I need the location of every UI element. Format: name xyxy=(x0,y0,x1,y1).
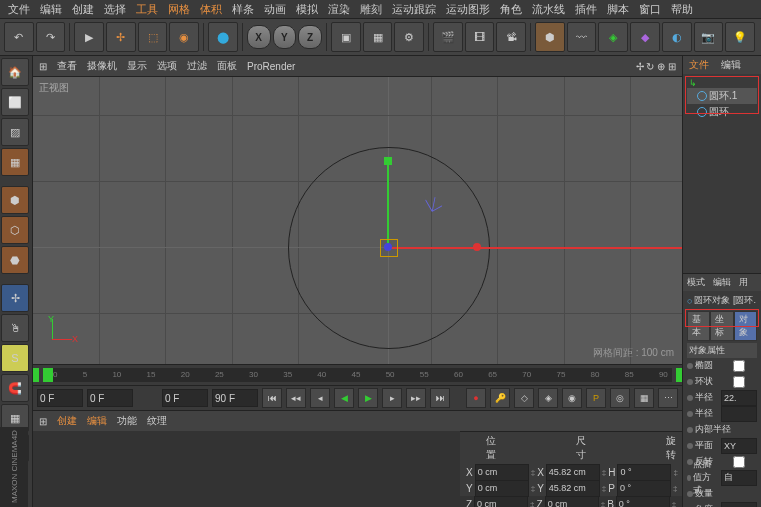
film-icon[interactable]: 📽 xyxy=(496,22,526,52)
timeline-track[interactable]: 051015202530354045505560657075808590 xyxy=(43,368,672,382)
gizmo-x-axis[interactable] xyxy=(388,247,478,249)
autokey[interactable]: 🔑 xyxy=(490,388,510,408)
menu-char[interactable]: 角色 xyxy=(496,2,526,17)
next-frame[interactable]: ▸ xyxy=(382,388,402,408)
tab-file[interactable]: 文件 xyxy=(683,56,715,74)
spline-primitive[interactable]: 〰 xyxy=(567,22,597,52)
live-select[interactable]: ⬤ xyxy=(208,22,238,52)
workplane-mode[interactable]: ▦ xyxy=(1,148,29,176)
rot-p[interactable] xyxy=(617,480,671,497)
key-scale[interactable]: ◈ xyxy=(538,388,558,408)
env-icon[interactable]: ◐ xyxy=(662,22,692,52)
viewport[interactable]: 正视图 ⟀ YX 网格间距 : 100 cm xyxy=(33,77,682,364)
gizmo-y-axis[interactable] xyxy=(387,157,389,247)
menu-file[interactable]: 文件 xyxy=(4,2,34,17)
key-pos[interactable]: ◇ xyxy=(514,388,534,408)
view-filter[interactable]: 过滤 xyxy=(187,59,207,73)
snap-toggle[interactable]: S xyxy=(1,344,29,372)
view-options[interactable]: 选项 xyxy=(157,59,177,73)
view-camera[interactable]: 摄像机 xyxy=(87,59,117,73)
frame-b[interactable] xyxy=(212,389,258,407)
pos-z[interactable] xyxy=(474,496,528,508)
frame-a[interactable] xyxy=(162,389,208,407)
key-param[interactable]: P xyxy=(586,388,606,408)
generator-icon[interactable]: ◈ xyxy=(598,22,628,52)
move-tool[interactable]: ✢ xyxy=(106,22,136,52)
angle-field[interactable] xyxy=(721,502,757,507)
view-prorender[interactable]: ProRender xyxy=(247,61,295,72)
redo-button[interactable]: ↷ xyxy=(36,22,66,52)
menu-sculpt[interactable]: 雕刻 xyxy=(356,2,386,17)
rot-b[interactable] xyxy=(616,496,670,508)
frame-start[interactable] xyxy=(37,389,83,407)
menu-help[interactable]: 帮助 xyxy=(667,2,697,17)
texture-mode[interactable]: ▨ xyxy=(1,118,29,146)
material-area[interactable] xyxy=(33,431,460,507)
select-tool[interactable]: ▶ xyxy=(74,22,104,52)
record-key[interactable]: ● xyxy=(466,388,486,408)
view-display[interactable]: 显示 xyxy=(127,59,147,73)
object-tree[interactable]: ↳ 圆环.1 圆环 xyxy=(683,74,761,274)
menu-anim[interactable]: 动画 xyxy=(260,2,290,17)
menu-edit[interactable]: 编辑 xyxy=(36,2,66,17)
timeline-marker[interactable] xyxy=(43,368,53,382)
key-rot[interactable]: ◉ xyxy=(562,388,582,408)
key-opts[interactable]: ▦ xyxy=(634,388,654,408)
radius2-field[interactable] xyxy=(721,406,757,422)
menu-spline[interactable]: 样条 xyxy=(228,2,258,17)
next-key[interactable]: ▸▸ xyxy=(406,388,426,408)
menu-plugin[interactable]: 插件 xyxy=(571,2,601,17)
gizmo-y-handle[interactable] xyxy=(384,157,392,165)
tab-object[interactable]: 对象 xyxy=(734,311,757,341)
view-view[interactable]: 查看 xyxy=(57,59,77,73)
pos-x[interactable] xyxy=(475,464,529,481)
key-pla[interactable]: ◎ xyxy=(610,388,630,408)
scale-tool[interactable]: ⬚ xyxy=(138,22,168,52)
render-settings-button[interactable]: ⚙ xyxy=(394,22,424,52)
menu-mograph[interactable]: 运动图形 xyxy=(442,2,494,17)
prev-key[interactable]: ◂◂ xyxy=(286,388,306,408)
model-mode[interactable]: 🏠 xyxy=(1,58,29,86)
gizmo-z-dot[interactable] xyxy=(384,243,392,251)
object-mode[interactable]: ⬜ xyxy=(1,88,29,116)
edge-mode[interactable]: ⬡ xyxy=(1,216,29,244)
poly-mode[interactable]: ⬣ xyxy=(1,246,29,274)
light-icon[interactable]: 💡 xyxy=(725,22,755,52)
timeline-end[interactable] xyxy=(676,368,682,382)
nav-icon[interactable]: ⊞ xyxy=(39,416,47,427)
view-panel[interactable]: 面板 xyxy=(217,59,237,73)
frame-current[interactable] xyxy=(87,389,133,407)
menu-tools[interactable]: 工具 xyxy=(132,2,162,17)
key-more[interactable]: ⋯ xyxy=(658,388,678,408)
pos-y[interactable] xyxy=(475,480,529,497)
rot-h[interactable] xyxy=(617,464,671,481)
plane-select[interactable] xyxy=(721,438,757,454)
axis-z[interactable]: Z xyxy=(298,25,322,49)
menu-sim[interactable]: 模拟 xyxy=(292,2,322,17)
size-y[interactable] xyxy=(546,480,600,497)
menu-volume[interactable]: 体积 xyxy=(196,2,226,17)
attr-user[interactable]: 用 xyxy=(735,274,752,291)
menu-window[interactable]: 窗口 xyxy=(635,2,665,17)
magnet-icon[interactable]: 🧲 xyxy=(1,374,29,402)
deformer-icon[interactable]: ◆ xyxy=(630,22,660,52)
attr-mode[interactable]: 模式 xyxy=(683,274,709,291)
timeline-start[interactable] xyxy=(33,368,39,382)
mat-create[interactable]: 创建 xyxy=(57,414,77,428)
rotate-tool[interactable]: ◉ xyxy=(169,22,199,52)
axis-mode[interactable]: ✢ xyxy=(1,284,29,312)
render-pv-button[interactable]: ▦ xyxy=(363,22,393,52)
mat-tex[interactable]: 纹理 xyxy=(147,414,167,428)
prev-frame[interactable]: ◂ xyxy=(310,388,330,408)
view-nav-icons[interactable]: ✢ ↻ ⊕ ⊞ xyxy=(636,61,676,72)
menu-render[interactable]: 渲染 xyxy=(324,2,354,17)
mat-edit[interactable]: 编辑 xyxy=(87,414,107,428)
play-forward[interactable]: ▶ xyxy=(358,388,378,408)
ring-check[interactable] xyxy=(724,376,754,388)
play-back[interactable]: ◀ xyxy=(334,388,354,408)
goto-end[interactable]: ⏭ xyxy=(430,388,450,408)
camera-icon[interactable]: 📷 xyxy=(694,22,724,52)
goto-start[interactable]: ⏮ xyxy=(262,388,282,408)
tab-coord[interactable]: 坐标 xyxy=(710,311,733,341)
menu-select[interactable]: 选择 xyxy=(100,2,130,17)
